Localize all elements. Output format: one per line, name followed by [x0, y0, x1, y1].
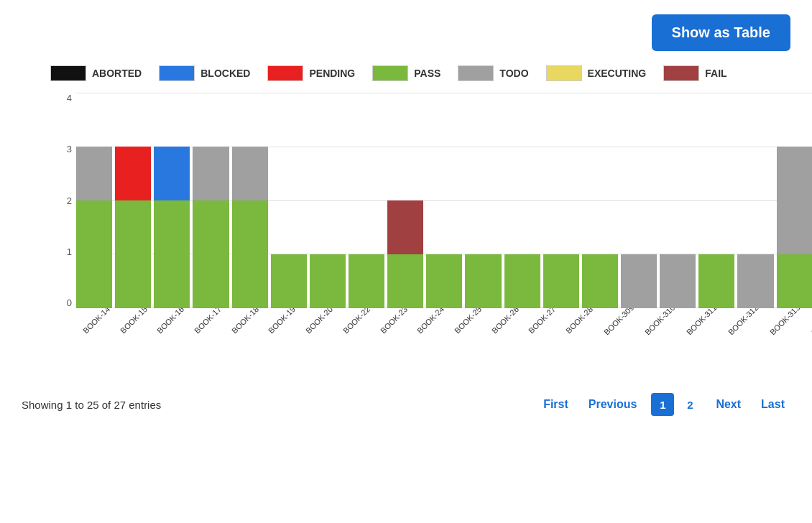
x-label: BOOK-20	[299, 311, 333, 383]
x-label: BOOK-15	[114, 311, 148, 383]
x-label-text: BOOK-14	[81, 305, 111, 335]
bar-column	[737, 93, 773, 308]
first-button[interactable]: First	[538, 395, 574, 414]
x-label: BOOK-314	[804, 311, 812, 383]
legend-color-pending	[267, 65, 303, 81]
y-axis: 01234	[50, 93, 76, 308]
bar-segment-todo	[660, 254, 696, 308]
x-label: BOOK-27	[522, 311, 556, 383]
legend-label-pass: PASS	[414, 68, 440, 79]
legend-item-todo: TODO	[458, 65, 528, 81]
x-label: BOOK-309	[596, 311, 635, 383]
bar-segment-pass	[777, 254, 812, 308]
x-label-text: BOOK-20	[304, 305, 334, 335]
bar-segment-pass	[465, 254, 501, 308]
x-label-text: BOOK-28	[564, 305, 594, 335]
bar-segment-pass	[232, 200, 268, 308]
x-label-text: BOOK-23	[378, 305, 408, 335]
bar-segment-pass	[271, 254, 307, 308]
bars-group	[76, 93, 812, 308]
bar-segment-todo	[76, 147, 112, 200]
last-button[interactable]: Last	[755, 395, 790, 414]
x-label: BOOK-312	[721, 311, 760, 383]
bar-column	[465, 93, 501, 308]
bar-segment-pass	[582, 254, 618, 308]
bar-column	[698, 93, 734, 308]
bar-segment-pass	[154, 200, 190, 308]
y-label: 3	[50, 144, 72, 154]
legend-color-executing	[546, 65, 582, 81]
bar-column	[777, 93, 812, 308]
legend-label-fail: FAIL	[705, 68, 726, 79]
y-label: 1	[50, 246, 72, 257]
bar-segment-pass	[387, 254, 423, 308]
bar-segment-todo	[232, 147, 268, 200]
bars-wrapper: BOOK-14BOOK-15BOOK-16BOOK-17BOOK-18BOOK-…	[76, 93, 812, 383]
page-num-1[interactable]: 1	[651, 393, 674, 416]
bar-segment-pass	[76, 200, 112, 308]
bar-segment-pass	[115, 200, 151, 308]
bar-column	[504, 93, 540, 308]
x-label: BOOK-311	[679, 311, 718, 383]
bar-column	[621, 93, 657, 308]
bar-segment-pass	[349, 254, 384, 308]
bar-column	[232, 93, 268, 308]
showing-text: Showing 1 to 25 of 27 entries	[22, 399, 161, 411]
x-label-text: BOOK-24	[415, 305, 446, 335]
bar-column	[193, 93, 229, 308]
x-label: BOOK-23	[374, 311, 408, 383]
x-label: BOOK-14	[76, 311, 111, 383]
x-label: BOOK-17	[188, 311, 222, 383]
bar-segment-pass	[504, 254, 540, 308]
x-label-text: BOOK-18	[230, 305, 260, 335]
page-num-2[interactable]: 2	[678, 393, 701, 416]
footer: Showing 1 to 25 of 27 entries First Prev…	[0, 383, 812, 426]
legend-item-fail: FAIL	[663, 65, 726, 81]
x-label: BOOK-310	[637, 311, 676, 383]
x-label: BOOK-19	[262, 311, 296, 383]
bar-segment-todo	[621, 254, 657, 308]
bar-segment-todo	[737, 254, 773, 308]
bar-segment-fail	[387, 200, 423, 254]
legend: ABORTEDBLOCKEDPENDINGPASSTODOEXECUTINGFA…	[22, 65, 790, 81]
legend-color-aborted	[50, 65, 86, 81]
legend-item-pass: PASS	[372, 65, 440, 81]
bar-column	[76, 93, 112, 308]
next-button[interactable]: Next	[710, 395, 747, 414]
bar-column	[349, 93, 384, 308]
bar-column	[154, 93, 190, 308]
previous-button[interactable]: Previous	[583, 395, 643, 414]
bar-column	[660, 93, 696, 308]
x-label: BOOK-313	[762, 311, 801, 383]
x-label: BOOK-16	[150, 311, 185, 383]
top-bar: Show as Table	[0, 0, 812, 58]
bar-segment-blocked	[154, 147, 190, 200]
legend-item-blocked: BLOCKED	[159, 65, 250, 81]
x-label-text: BOOK-15	[119, 305, 149, 335]
y-label: 2	[50, 195, 72, 206]
x-label-text: BOOK-17	[193, 305, 223, 335]
x-label-text: BOOK-22	[341, 305, 372, 335]
bar-column	[543, 93, 579, 308]
bar-column	[271, 93, 307, 308]
x-label-text: BOOK-25	[453, 305, 483, 335]
x-label: BOOK-24	[410, 311, 445, 383]
x-label-text: BOOK-19	[267, 305, 297, 335]
x-label: BOOK-28	[559, 311, 594, 383]
legend-item-executing: EXECUTING	[546, 65, 647, 81]
bar-column	[387, 93, 423, 308]
show-table-button[interactable]: Show as Table	[652, 14, 790, 51]
bar-column	[426, 93, 462, 308]
pagination: First Previous 12 Next Last	[538, 393, 790, 416]
x-label-text: BOOK-27	[527, 305, 557, 335]
legend-color-fail	[663, 65, 699, 81]
legend-label-aborted: ABORTED	[92, 68, 142, 79]
chart-container: ABORTEDBLOCKEDPENDINGPASSTODOEXECUTINGFA…	[0, 58, 812, 383]
bar-segment-pending	[115, 147, 151, 200]
bar-segment-pass	[698, 254, 734, 308]
bar-column	[115, 93, 151, 308]
legend-label-blocked: BLOCKED	[200, 68, 250, 79]
x-label: BOOK-18	[225, 311, 259, 383]
bar-segment-pass	[310, 254, 346, 308]
x-label: BOOK-22	[336, 311, 371, 383]
